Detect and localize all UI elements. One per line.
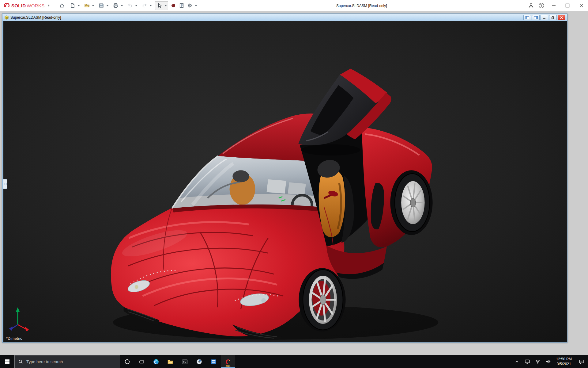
start-button[interactable] <box>0 355 14 368</box>
new-document-dropdown[interactable] <box>77 2 81 10</box>
console-app-icon <box>182 358 188 365</box>
print-button[interactable] <box>112 2 120 10</box>
action-center-button[interactable] <box>575 355 588 368</box>
menu-flyout-icon[interactable] <box>47 4 50 7</box>
clock-time: 12:50 PM <box>556 357 572 362</box>
task-pane-icon <box>179 3 184 8</box>
mouse-gesture-icon <box>171 3 176 8</box>
file-explorer-icon <box>167 358 174 365</box>
hidden-icons-button[interactable] <box>512 355 522 368</box>
help-icon <box>538 2 545 9</box>
front-wheel <box>299 268 345 331</box>
task-view-button[interactable] <box>134 355 149 368</box>
open-dropdown[interactable] <box>91 2 95 10</box>
open-button[interactable] <box>83 2 91 10</box>
network-button[interactable] <box>533 355 543 368</box>
maximize-button[interactable] <box>560 0 574 11</box>
blue-window-app-icon <box>210 358 217 365</box>
window-layout-icon <box>525 16 530 19</box>
panel-splitter-tab[interactable] <box>3 179 7 189</box>
search-icon <box>18 359 23 364</box>
taskbar-search-box[interactable] <box>14 355 120 368</box>
close-button[interactable] <box>574 0 588 11</box>
blue-window-app-button[interactable] <box>206 355 221 368</box>
dropdown-icon <box>164 5 167 6</box>
undo-dropdown[interactable] <box>134 2 138 10</box>
select-dropdown[interactable] <box>164 2 168 10</box>
display-tray-button[interactable] <box>522 355 533 368</box>
cortana-button[interactable] <box>120 355 134 368</box>
new-document-button[interactable] <box>69 2 77 10</box>
taskbar-clock[interactable]: 12:50 PM 3/5/2021 <box>553 355 575 368</box>
dropdown-icon <box>106 5 109 6</box>
minimize-button[interactable] <box>547 0 560 11</box>
network-icon <box>535 359 541 364</box>
select-button[interactable] <box>156 2 164 10</box>
solidworks-year-badge: 2021 <box>226 365 231 367</box>
document-title: Supercar.SLDASM [Read-only] <box>10 15 61 20</box>
dropdown-icon <box>149 5 152 6</box>
open-folder-icon <box>84 3 90 8</box>
edge-button[interactable] <box>149 355 163 368</box>
dropdown-icon <box>121 5 123 6</box>
account-icon <box>528 2 534 9</box>
dropdown-icon <box>92 5 94 6</box>
3ds-logo <box>3 2 10 9</box>
child-restore-icon <box>551 16 555 19</box>
print-icon <box>113 3 119 8</box>
dropdown-icon <box>77 5 80 6</box>
window-layout-button-2[interactable] <box>532 15 540 20</box>
quick-access-toolbar <box>58 1 200 10</box>
task-pane-button[interactable] <box>178 2 186 10</box>
brand-text-works: WORKS <box>27 3 44 8</box>
assembly-icon <box>4 15 9 20</box>
window-layout-button-1[interactable] <box>523 15 531 20</box>
window-title: Supercar.SLDASM [Read-only] <box>336 0 387 11</box>
document-window: Supercar.SLDASM [Read-only] <box>2 13 567 343</box>
edrawings-button[interactable] <box>192 355 206 368</box>
document-window-controls <box>523 15 566 20</box>
rear-wheel <box>390 170 432 235</box>
options-dropdown[interactable] <box>194 2 198 10</box>
cortana-icon <box>124 359 130 365</box>
undo-icon <box>127 3 133 8</box>
solidworks-taskbar-button[interactable]: 2021 <box>221 355 235 368</box>
dropdown-icon <box>135 5 138 6</box>
print-dropdown[interactable] <box>120 2 124 10</box>
graphics-area[interactable]: *Dimetric <box>3 21 567 342</box>
redo-button[interactable] <box>141 2 149 10</box>
home-button[interactable] <box>58 2 66 10</box>
titlebar-right-controls <box>526 0 588 11</box>
clock-date: 3/5/2021 <box>557 362 571 366</box>
maximize-icon <box>564 2 571 9</box>
window-layout-icon <box>534 16 538 19</box>
solidworks-icon <box>225 358 232 365</box>
display-icon <box>525 359 530 364</box>
file-explorer-button[interactable] <box>163 355 178 368</box>
home-icon <box>59 3 65 8</box>
solidworks-brand: SOLIDWORKS <box>0 2 51 9</box>
child-restore-button[interactable] <box>549 15 557 20</box>
redo-icon <box>142 3 147 8</box>
mouse-gesture-button[interactable] <box>169 2 178 10</box>
options-button[interactable] <box>186 2 194 10</box>
new-document-icon <box>70 3 75 8</box>
scene-render <box>3 21 567 342</box>
app-titlebar: SOLIDWORKS <box>0 0 588 11</box>
console-app-button[interactable] <box>178 355 192 368</box>
account-button[interactable] <box>526 0 536 11</box>
taskbar: 2021 12:50 PM 3/5/2021 <box>0 355 588 368</box>
save-dropdown[interactable] <box>106 2 109 10</box>
minimize-icon <box>551 2 557 9</box>
save-button[interactable] <box>97 2 106 10</box>
undo-button[interactable] <box>126 2 134 10</box>
volume-button[interactable] <box>543 355 553 368</box>
dropdown-icon <box>195 5 197 6</box>
child-minimize-button[interactable] <box>541 15 548 20</box>
brand-text-solid: SOLID <box>11 3 26 8</box>
search-input[interactable] <box>26 359 120 364</box>
redo-dropdown[interactable] <box>149 2 153 10</box>
help-button[interactable] <box>536 0 547 11</box>
child-close-button[interactable] <box>558 15 565 20</box>
panel-expand-icon <box>4 182 7 186</box>
